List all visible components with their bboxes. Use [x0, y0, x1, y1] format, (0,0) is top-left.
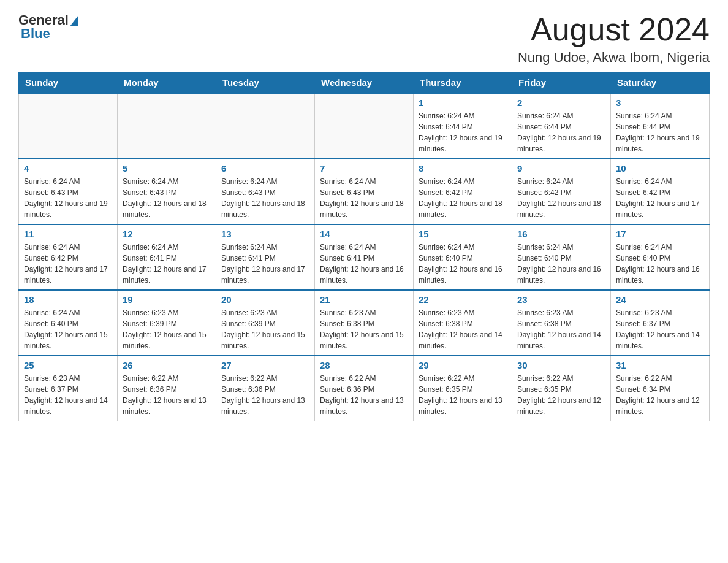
calendar-cell-w1-d7: 3Sunrise: 6:24 AMSunset: 6:44 PMDaylight… [611, 93, 710, 159]
day-info-13: Sunrise: 6:24 AMSunset: 6:41 PMDaylight:… [221, 242, 309, 286]
calendar-cell-w2-d2: 5Sunrise: 6:24 AMSunset: 6:43 PMDaylight… [118, 159, 216, 224]
day-info-26: Sunrise: 6:22 AMSunset: 6:36 PMDaylight:… [123, 373, 211, 417]
week-row-2: 4Sunrise: 6:24 AMSunset: 6:43 PMDaylight… [19, 159, 710, 224]
col-sunday: Sunday [19, 72, 118, 94]
day-number-4: 4 [24, 163, 112, 174]
week-row-1: 1Sunrise: 6:24 AMSunset: 6:44 PMDaylight… [19, 93, 710, 159]
day-number-17: 17 [616, 229, 704, 239]
day-number-27: 27 [221, 360, 309, 370]
day-number-28: 28 [320, 360, 408, 370]
day-number-22: 22 [419, 294, 507, 305]
calendar-header-row: Sunday Monday Tuesday Wednesday Thursday… [19, 72, 710, 94]
calendar-cell-w4-d2: 19Sunrise: 6:23 AMSunset: 6:39 PMDayligh… [118, 290, 216, 356]
day-info-22: Sunrise: 6:23 AMSunset: 6:38 PMDaylight:… [419, 307, 507, 351]
day-number-10: 10 [616, 163, 704, 174]
day-number-9: 9 [517, 163, 605, 174]
calendar-cell-w1-d5: 1Sunrise: 6:24 AMSunset: 6:44 PMDaylight… [414, 93, 512, 159]
day-number-19: 19 [123, 294, 211, 305]
calendar-cell-w4-d3: 20Sunrise: 6:23 AMSunset: 6:39 PMDayligh… [216, 290, 315, 356]
calendar-cell-w4-d1: 18Sunrise: 6:24 AMSunset: 6:40 PMDayligh… [19, 290, 118, 356]
day-number-30: 30 [517, 360, 605, 370]
day-number-8: 8 [419, 163, 507, 174]
logo: General Blue [18, 12, 78, 42]
calendar-cell-w3-d1: 11Sunrise: 6:24 AMSunset: 6:42 PMDayligh… [19, 224, 118, 290]
day-info-3: Sunrise: 6:24 AMSunset: 6:44 PMDaylight:… [616, 110, 704, 155]
day-number-3: 3 [616, 98, 704, 108]
calendar-cell-w5-d3: 27Sunrise: 6:22 AMSunset: 6:36 PMDayligh… [216, 356, 315, 421]
calendar-cell-w2-d4: 7Sunrise: 6:24 AMSunset: 6:43 PMDaylight… [315, 159, 414, 224]
calendar-cell-w2-d1: 4Sunrise: 6:24 AMSunset: 6:43 PMDaylight… [19, 159, 118, 224]
day-number-16: 16 [517, 229, 605, 239]
day-info-12: Sunrise: 6:24 AMSunset: 6:41 PMDaylight:… [123, 242, 211, 286]
calendar-cell-w3-d7: 17Sunrise: 6:24 AMSunset: 6:40 PMDayligh… [611, 224, 710, 290]
calendar-cell-w1-d6: 2Sunrise: 6:24 AMSunset: 6:44 PMDaylight… [512, 93, 611, 159]
calendar-cell-w3-d2: 12Sunrise: 6:24 AMSunset: 6:41 PMDayligh… [118, 224, 216, 290]
day-info-27: Sunrise: 6:22 AMSunset: 6:36 PMDaylight:… [221, 373, 309, 417]
logo-triangle-icon [70, 15, 78, 26]
day-info-2: Sunrise: 6:24 AMSunset: 6:44 PMDaylight:… [517, 110, 605, 155]
day-number-18: 18 [24, 294, 112, 305]
calendar-cell-w1-d4 [315, 93, 414, 159]
day-number-14: 14 [320, 229, 408, 239]
col-friday: Friday [512, 72, 611, 94]
col-thursday: Thursday [414, 72, 512, 94]
col-saturday: Saturday [611, 72, 710, 94]
day-info-9: Sunrise: 6:24 AMSunset: 6:42 PMDaylight:… [517, 176, 605, 220]
day-number-20: 20 [221, 294, 309, 305]
col-tuesday: Tuesday [216, 72, 315, 94]
calendar-cell-w3-d5: 15Sunrise: 6:24 AMSunset: 6:40 PMDayligh… [414, 224, 512, 290]
day-info-30: Sunrise: 6:22 AMSunset: 6:35 PMDaylight:… [517, 373, 605, 417]
day-number-29: 29 [419, 360, 507, 370]
calendar-cell-w1-d1 [19, 93, 118, 159]
day-info-31: Sunrise: 6:22 AMSunset: 6:34 PMDaylight:… [616, 373, 704, 417]
day-info-1: Sunrise: 6:24 AMSunset: 6:44 PMDaylight:… [419, 110, 507, 155]
day-number-6: 6 [221, 163, 309, 174]
calendar-cell-w5-d5: 29Sunrise: 6:22 AMSunset: 6:35 PMDayligh… [414, 356, 512, 421]
calendar-cell-w5-d1: 25Sunrise: 6:23 AMSunset: 6:37 PMDayligh… [19, 356, 118, 421]
calendar-cell-w2-d5: 8Sunrise: 6:24 AMSunset: 6:42 PMDaylight… [414, 159, 512, 224]
day-number-24: 24 [616, 294, 704, 305]
day-info-20: Sunrise: 6:23 AMSunset: 6:39 PMDaylight:… [221, 307, 309, 351]
page-subtitle: Nung Udoe, Akwa Ibom, Nigeria [518, 50, 710, 66]
day-info-11: Sunrise: 6:24 AMSunset: 6:42 PMDaylight:… [24, 242, 112, 286]
day-info-5: Sunrise: 6:24 AMSunset: 6:43 PMDaylight:… [123, 176, 211, 220]
week-row-4: 18Sunrise: 6:24 AMSunset: 6:40 PMDayligh… [19, 290, 710, 356]
day-number-2: 2 [517, 98, 605, 108]
day-info-15: Sunrise: 6:24 AMSunset: 6:40 PMDaylight:… [419, 242, 507, 286]
day-number-1: 1 [419, 98, 507, 108]
title-section: August 2024 Nung Udoe, Akwa Ibom, Nigeri… [518, 12, 710, 66]
day-number-13: 13 [221, 229, 309, 239]
calendar-cell-w4-d6: 23Sunrise: 6:23 AMSunset: 6:38 PMDayligh… [512, 290, 611, 356]
day-number-7: 7 [320, 163, 408, 174]
day-info-18: Sunrise: 6:24 AMSunset: 6:40 PMDaylight:… [24, 307, 112, 351]
calendar-cell-w3-d4: 14Sunrise: 6:24 AMSunset: 6:41 PMDayligh… [315, 224, 414, 290]
page-header: General Blue August 2024 Nung Udoe, Akwa… [18, 12, 710, 66]
week-row-3: 11Sunrise: 6:24 AMSunset: 6:42 PMDayligh… [19, 224, 710, 290]
calendar-cell-w5-d6: 30Sunrise: 6:22 AMSunset: 6:35 PMDayligh… [512, 356, 611, 421]
day-info-29: Sunrise: 6:22 AMSunset: 6:35 PMDaylight:… [419, 373, 507, 417]
day-number-12: 12 [123, 229, 211, 239]
calendar-cell-w3-d6: 16Sunrise: 6:24 AMSunset: 6:40 PMDayligh… [512, 224, 611, 290]
calendar-cell-w4-d4: 21Sunrise: 6:23 AMSunset: 6:38 PMDayligh… [315, 290, 414, 356]
day-info-14: Sunrise: 6:24 AMSunset: 6:41 PMDaylight:… [320, 242, 408, 286]
col-monday: Monday [118, 72, 216, 94]
calendar-cell-w4-d5: 22Sunrise: 6:23 AMSunset: 6:38 PMDayligh… [414, 290, 512, 356]
calendar-cell-w2-d3: 6Sunrise: 6:24 AMSunset: 6:43 PMDaylight… [216, 159, 315, 224]
day-info-24: Sunrise: 6:23 AMSunset: 6:37 PMDaylight:… [616, 307, 704, 351]
day-info-19: Sunrise: 6:23 AMSunset: 6:39 PMDaylight:… [123, 307, 211, 351]
day-info-28: Sunrise: 6:22 AMSunset: 6:36 PMDaylight:… [320, 373, 408, 417]
day-info-8: Sunrise: 6:24 AMSunset: 6:42 PMDaylight:… [419, 176, 507, 220]
week-row-5: 25Sunrise: 6:23 AMSunset: 6:37 PMDayligh… [19, 356, 710, 421]
day-number-21: 21 [320, 294, 408, 305]
day-number-15: 15 [419, 229, 507, 239]
page-title: August 2024 [518, 12, 710, 47]
day-number-23: 23 [517, 294, 605, 305]
calendar-cell-w2-d6: 9Sunrise: 6:24 AMSunset: 6:42 PMDaylight… [512, 159, 611, 224]
day-info-25: Sunrise: 6:23 AMSunset: 6:37 PMDaylight:… [24, 373, 112, 417]
day-info-7: Sunrise: 6:24 AMSunset: 6:43 PMDaylight:… [320, 176, 408, 220]
day-info-16: Sunrise: 6:24 AMSunset: 6:40 PMDaylight:… [517, 242, 605, 286]
day-info-4: Sunrise: 6:24 AMSunset: 6:43 PMDaylight:… [24, 176, 112, 220]
day-info-23: Sunrise: 6:23 AMSunset: 6:38 PMDaylight:… [517, 307, 605, 351]
calendar-cell-w3-d3: 13Sunrise: 6:24 AMSunset: 6:41 PMDayligh… [216, 224, 315, 290]
day-info-21: Sunrise: 6:23 AMSunset: 6:38 PMDaylight:… [320, 307, 408, 351]
